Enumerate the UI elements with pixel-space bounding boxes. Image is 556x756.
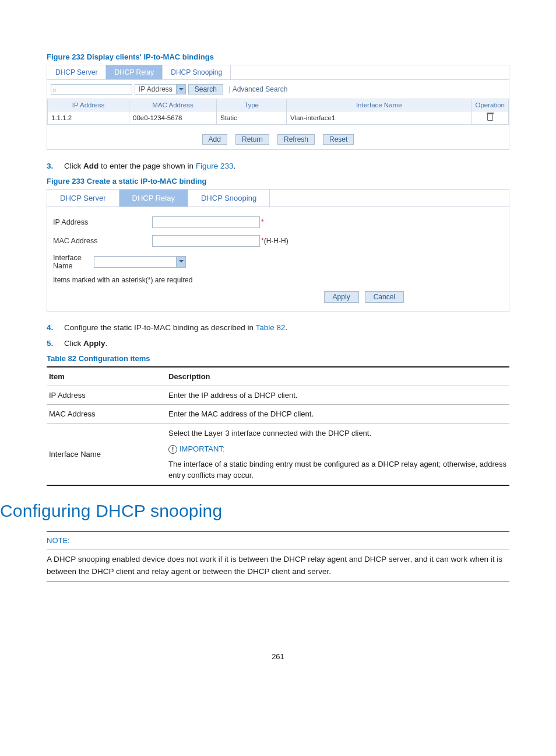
reset-button[interactable]: Reset: [323, 134, 354, 145]
col-ip: IP Address: [48, 99, 129, 111]
tab-dhcp-server-2[interactable]: DHCP Server: [47, 190, 119, 206]
item-iface: Interface Name: [47, 424, 166, 485]
required-note: Items marked with an asterisk(*) are req…: [47, 274, 509, 285]
col-type: Type: [217, 99, 287, 111]
return-button[interactable]: Return: [235, 134, 269, 145]
step-5-number: 5.: [47, 338, 64, 349]
important-label: IMPORTANT:: [180, 443, 225, 455]
step-3-link[interactable]: Figure 233: [196, 162, 234, 170]
col-item: Item: [47, 367, 166, 386]
chevron-down-icon: [176, 257, 185, 267]
figure-232-tabs: DHCP Server DHCP Relay DHCP Snooping: [47, 65, 509, 80]
interface-name-select[interactable]: [94, 256, 186, 268]
table-row: Interface Name Select the Layer 3 interf…: [47, 424, 509, 485]
ip-address-label: IP Address: [53, 218, 152, 226]
figure-233-actions: Apply Cancel: [47, 285, 509, 309]
tab-dhcp-snooping-2[interactable]: DHCP Snooping: [188, 190, 270, 206]
mac-hint: *(H-H-H): [261, 237, 288, 245]
step-4-prefix: Configure the static IP-to-MAC binding a…: [64, 323, 255, 332]
cancel-button[interactable]: Cancel: [365, 291, 404, 303]
col-description: Description: [166, 367, 509, 386]
table-82-caption: Table 82 Configuration items: [47, 354, 509, 363]
step-5-suffix: .: [105, 339, 108, 348]
item-mac: MAC Address: [47, 405, 166, 424]
tab-dhcp-relay[interactable]: DHCP Relay: [106, 65, 163, 79]
page-number: 261: [47, 652, 509, 661]
step-3-mid: to enter the page shown in: [98, 162, 196, 170]
section-heading: Configuring DHCP snooping: [0, 501, 509, 521]
col-iface: Interface Name: [287, 99, 471, 111]
desc-iface-1: Select the Layer 3 interface connected w…: [168, 428, 507, 439]
step-3-number: 3.: [47, 160, 64, 172]
cell-mac: 00e0-1234-5678: [129, 111, 217, 125]
mac-address-field[interactable]: [152, 235, 260, 247]
step-5-bold: Apply: [83, 339, 105, 348]
figure-232-screenshot: DHCP Server DHCP Relay DHCP Snooping ⌕ I…: [47, 65, 509, 150]
form-row-iface: Interface Name: [47, 250, 509, 274]
step-4-link[interactable]: Table 82: [255, 323, 285, 332]
figure-233-screenshot: DHCP Server DHCP Relay DHCP Snooping IP …: [47, 189, 509, 312]
cell-ip: 1.1.1.2: [48, 111, 129, 125]
desc-mac: Enter the MAC address of the DHCP client…: [166, 405, 509, 424]
form-row-mac: MAC Address *(H-H-H): [47, 232, 509, 250]
step-3-suffix: .: [233, 162, 235, 170]
figure-232-actions: Add Return Refresh Reset: [47, 125, 509, 149]
chevron-down-icon: [176, 85, 185, 94]
important-callout: ! IMPORTANT:: [168, 443, 507, 455]
cell-type: Static: [217, 111, 287, 125]
desc-iface-2: The interface of a static binding entry …: [168, 459, 507, 481]
desc-ip: Enter the IP address of a DHCP client.: [166, 386, 509, 405]
item-ip: IP Address: [47, 386, 166, 405]
note-body: A DHCP snooping enabled device does not …: [47, 550, 509, 582]
search-icon: ⌕: [52, 86, 57, 93]
apply-button[interactable]: Apply: [324, 291, 359, 303]
step-4: 4. Configure the static IP-to-MAC bindin…: [47, 322, 509, 334]
step-5: 5. Click Apply.: [47, 338, 509, 349]
search-button[interactable]: Search: [188, 84, 223, 94]
step-4-number: 4.: [47, 322, 64, 334]
search-field-select[interactable]: IP Address: [135, 84, 186, 94]
step-5-prefix: Click: [64, 339, 83, 348]
step-3-prefix: Click: [64, 162, 83, 170]
search-field-label: IP Address: [135, 85, 176, 93]
advanced-search-link[interactable]: | Advanced Search: [226, 85, 288, 93]
form-row-ip: IP Address *: [47, 213, 509, 232]
col-op: Operation: [471, 99, 509, 111]
table-row: IP Address Enter the IP address of a DHC…: [47, 386, 509, 405]
mac-address-label: MAC Address: [53, 237, 152, 245]
interface-name-label: Interface Name: [53, 254, 94, 270]
bindings-table: IP Address MAC Address Type Interface Na…: [47, 99, 509, 125]
ip-required-hint: *: [261, 218, 264, 226]
step-3: 3. Click Add to enter the page shown in …: [47, 160, 509, 172]
ip-address-field[interactable]: [152, 216, 260, 228]
add-button[interactable]: Add: [202, 134, 227, 145]
table-82: Item Description IP Address Enter the IP…: [47, 366, 509, 486]
col-mac: MAC Address: [129, 99, 217, 111]
figure-232-caption: Figure 232 Display clients' IP-to-MAC bi…: [47, 52, 509, 61]
table-row: MAC Address Enter the MAC address of the…: [47, 405, 509, 424]
note-head: NOTE:: [47, 531, 509, 550]
tab-dhcp-relay-2[interactable]: DHCP Relay: [119, 190, 188, 206]
table-row: 1.1.1.2 00e0-1234-5678 Static Vlan-inter…: [48, 111, 509, 125]
figure-233-caption: Figure 233 Create a static IP-to-MAC bin…: [47, 177, 509, 186]
search-input[interactable]: ⌕: [51, 84, 132, 94]
step-4-suffix: .: [285, 323, 287, 332]
important-icon: !: [168, 445, 177, 454]
tab-dhcp-snooping[interactable]: DHCP Snooping: [163, 65, 231, 79]
refresh-button[interactable]: Refresh: [277, 134, 315, 145]
note-box: NOTE: A DHCP snooping enabled device doe…: [47, 531, 509, 582]
cell-iface: Vlan-interface1: [287, 111, 471, 125]
search-row: ⌕ IP Address Search | Advanced Search: [47, 80, 509, 99]
trash-icon[interactable]: [487, 114, 493, 121]
figure-233-tabs: DHCP Server DHCP Relay DHCP Snooping: [47, 190, 509, 207]
step-3-bold: Add: [83, 162, 98, 170]
tab-dhcp-server[interactable]: DHCP Server: [47, 65, 106, 79]
